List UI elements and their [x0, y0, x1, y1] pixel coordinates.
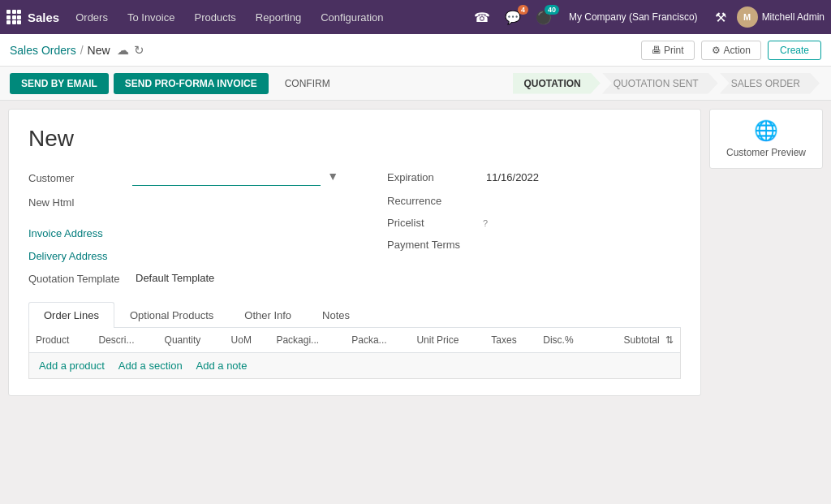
tabs-container: Order Lines Optional Products Other Info… — [28, 302, 681, 379]
company-selector[interactable]: My Company (San Francisco) — [562, 10, 704, 24]
customer-label: Customer — [28, 170, 126, 184]
status-quotation-sent: QUOTATION SENT — [602, 73, 718, 94]
column-settings-icon[interactable]: ⇅ — [665, 334, 674, 346]
nav-configuration[interactable]: Configuration — [312, 8, 391, 27]
nav-orders[interactable]: Orders — [67, 8, 116, 27]
subheader: Sales Orders / New ☁ ↻ 🖶 Print ⚙ Action … — [0, 34, 831, 67]
col-disc: Disc.% — [536, 328, 595, 353]
col-quantity: Quantity — [158, 328, 225, 353]
user-menu[interactable]: M Mitchell Admin — [737, 6, 825, 28]
printer-icon: 🖶 — [652, 45, 661, 56]
clock-badge: 40 — [545, 5, 559, 15]
order-lines-table: Product Descri... Quantity UoM Packagi..… — [29, 328, 680, 353]
new-html-label: New Html — [28, 194, 126, 209]
top-navigation: Sales Orders To Invoice Products Reporti… — [0, 0, 831, 34]
user-avatar: M — [737, 6, 758, 28]
user-name: Mitchell Admin — [762, 11, 825, 23]
quotation-template-label: Quotation Template — [28, 270, 126, 285]
nav-reporting[interactable]: Reporting — [248, 8, 309, 27]
add-section-link[interactable]: Add a section — [118, 360, 183, 372]
confirm-button[interactable]: CONFIRM — [273, 73, 342, 94]
gear-icon: ⚙ — [712, 45, 721, 56]
tab-other-info[interactable]: Other Info — [229, 302, 307, 328]
order-lines-table-container: Product Descri... Quantity UoM Packagi..… — [28, 328, 681, 379]
grid-icon — [6, 10, 21, 24]
status-bar: QUOTATION QUOTATION SENT SALES ORDER — [513, 73, 821, 94]
app-logo[interactable]: Sales — [6, 10, 59, 24]
settings-icon[interactable]: ⚒ — [711, 8, 730, 27]
tab-optional-products[interactable]: Optional Products — [114, 302, 229, 328]
add-row-bar: Add a product Add a section Add a note — [29, 353, 680, 378]
clock-icon[interactable]: ⚫ 40 — [532, 8, 556, 27]
table-header-row: Product Descri... Quantity UoM Packagi..… — [29, 328, 680, 353]
breadcrumb-current: New — [88, 44, 110, 57]
action-bar: SEND BY EMAIL SEND PRO-FORMA INVOICE CON… — [0, 67, 831, 101]
refresh-icon[interactable]: ↻ — [134, 43, 144, 58]
form-title: New — [28, 126, 681, 152]
tab-order-lines[interactable]: Order Lines — [28, 302, 114, 328]
recurrence-label: Recurrence — [387, 195, 476, 207]
status-quotation: QUOTATION — [513, 73, 601, 94]
app-name: Sales — [28, 11, 59, 24]
col-subtotal: Subtotal ⇅ — [595, 328, 680, 353]
payment-terms-label: Payment Terms — [387, 239, 476, 251]
customer-input[interactable] — [132, 170, 321, 186]
print-button[interactable]: 🖶 Print — [641, 41, 695, 60]
customer-preview-label: Customer Preview — [726, 147, 806, 158]
chat-badge: 4 — [518, 5, 528, 15]
expiration-label: Expiration — [387, 171, 476, 183]
invoice-address-label[interactable]: Invoice Address — [28, 225, 126, 239]
form-card: New Customer ▼ New Html Invoice Address — [8, 109, 701, 396]
phone-icon[interactable]: ☎ — [470, 8, 494, 27]
col-packaging: Packa... — [345, 328, 410, 353]
tabs-list: Order Lines Optional Products Other Info… — [28, 302, 681, 328]
chat-icon[interactable]: 💬 4 — [501, 8, 525, 27]
delivery-address-label[interactable]: Delivery Address — [28, 248, 126, 262]
add-product-link[interactable]: Add a product — [39, 360, 105, 372]
cloud-save-icon[interactable]: ☁ — [117, 43, 129, 58]
col-packaging-qty: Packagi... — [269, 328, 345, 353]
pricelist-label: Pricelist — [387, 217, 476, 229]
create-button[interactable]: Create — [768, 41, 821, 60]
nav-to-invoice[interactable]: To Invoice — [119, 8, 183, 27]
col-uom: UoM — [225, 328, 270, 353]
breadcrumb-parent[interactable]: Sales Orders — [10, 44, 76, 57]
col-description: Descri... — [92, 328, 157, 353]
col-product: Product — [29, 328, 92, 353]
status-sales-order: SALES ORDER — [720, 73, 820, 94]
customer-dropdown-icon[interactable]: ▼ — [327, 170, 338, 183]
main-content: 🌐 Customer Preview New Customer ▼ New Ht… — [0, 101, 831, 504]
pricelist-help-icon[interactable]: ? — [483, 218, 488, 228]
col-unit-price: Unit Price — [410, 328, 484, 353]
col-taxes: Taxes — [484, 328, 536, 353]
send-email-button[interactable]: SEND BY EMAIL — [10, 73, 109, 94]
action-button[interactable]: ⚙ Action — [701, 41, 761, 60]
breadcrumb-separator: / — [80, 44, 84, 57]
globe-icon: 🌐 — [754, 119, 778, 142]
breadcrumb: Sales Orders / New — [10, 44, 110, 57]
tab-notes[interactable]: Notes — [307, 302, 365, 328]
send-proforma-button[interactable]: SEND PRO-FORMA INVOICE — [114, 73, 269, 94]
add-note-link[interactable]: Add a note — [196, 360, 248, 372]
quotation-template-value: Default Template — [132, 270, 217, 286]
expiration-value: 11/16/2022 — [483, 170, 542, 185]
customer-preview-panel: 🌐 Customer Preview — [709, 109, 823, 169]
nav-products[interactable]: Products — [186, 8, 243, 27]
